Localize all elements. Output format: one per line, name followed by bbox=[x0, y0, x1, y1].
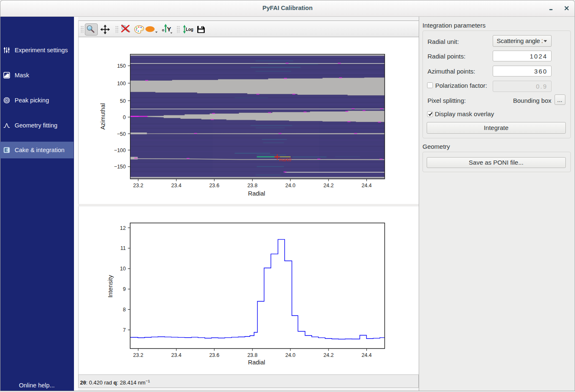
svg-text:o: o bbox=[162, 28, 165, 32]
svg-text:23.2: 23.2 bbox=[133, 183, 143, 188]
svg-text:Radial: Radial bbox=[248, 359, 265, 366]
svg-text:24.4: 24.4 bbox=[361, 352, 371, 358]
svg-text:Radial: Radial bbox=[248, 190, 265, 197]
svg-text:24.2: 24.2 bbox=[323, 183, 333, 188]
svg-text:Intensity: Intensity bbox=[107, 275, 114, 298]
svg-text:23.4: 23.4 bbox=[171, 183, 181, 188]
svg-text:150: 150 bbox=[117, 63, 126, 69]
svg-text:Y: Y bbox=[167, 25, 171, 33]
svg-text:−100: −100 bbox=[114, 148, 126, 153]
svg-text:23.2: 23.2 bbox=[133, 352, 143, 358]
svg-text:24.0: 24.0 bbox=[285, 183, 295, 188]
svg-text:Azimuthal: Azimuthal bbox=[99, 103, 106, 130]
svg-text:24.4: 24.4 bbox=[361, 183, 371, 188]
svg-text:0: 0 bbox=[123, 115, 126, 120]
svg-text:11: 11 bbox=[120, 245, 126, 251]
svg-text:8: 8 bbox=[123, 307, 126, 313]
svg-text:23.6: 23.6 bbox=[209, 352, 219, 358]
svg-text:12: 12 bbox=[120, 225, 126, 231]
svg-text:−50: −50 bbox=[117, 131, 126, 137]
svg-text:24.0: 24.0 bbox=[285, 352, 295, 358]
svg-text:23.6: 23.6 bbox=[209, 183, 219, 188]
svg-text:23.8: 23.8 bbox=[247, 352, 257, 358]
svg-text:10: 10 bbox=[120, 266, 126, 272]
svg-text:Log: Log bbox=[186, 27, 193, 32]
svg-text:24.2: 24.2 bbox=[323, 352, 333, 358]
svg-text:−150: −150 bbox=[114, 164, 126, 170]
svg-text:7: 7 bbox=[123, 327, 126, 333]
svg-text:mark0: mark0 bbox=[279, 157, 291, 162]
svg-text:23.8: 23.8 bbox=[247, 183, 257, 188]
svg-text:100: 100 bbox=[117, 81, 126, 87]
svg-text:23.4: 23.4 bbox=[171, 352, 181, 358]
svg-text:9: 9 bbox=[123, 286, 126, 292]
svg-text:50: 50 bbox=[120, 98, 126, 104]
